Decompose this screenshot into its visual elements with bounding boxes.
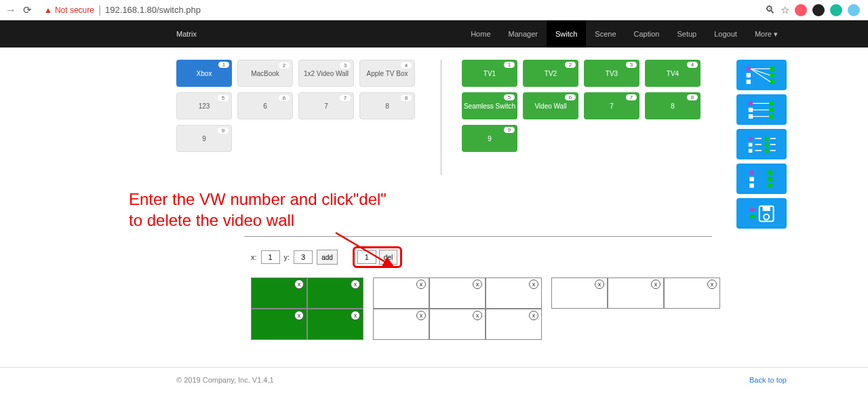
extension-icon[interactable]: [848, 4, 860, 16]
not-secure-text: Not secure: [55, 5, 94, 15]
vertical-divider: [441, 60, 441, 175]
svg-rect-0: [747, 66, 751, 71]
nav-link[interactable]: Switch: [547, 20, 586, 47]
input-card[interactable]: 77: [298, 92, 354, 119]
copyright-text: © 2019 Company, Inc. V1.4.1: [176, 376, 274, 384]
x-label: x:: [251, 253, 257, 261]
video-wall-cell[interactable]: x: [551, 277, 608, 309]
video-wall-cell[interactable]: x: [307, 309, 363, 340]
svg-rect-26: [749, 149, 753, 153]
svg-line-41: [336, 233, 393, 267]
input-card[interactable]: 88: [359, 92, 415, 119]
video-wall-cell[interactable]: x: [429, 309, 486, 340]
video-wall-cell[interactable]: x: [664, 277, 720, 309]
video-wall-grid: xxx: [551, 277, 720, 340]
video-wall-cell[interactable]: x: [307, 277, 363, 309]
page-footer: © 2019 Company, Inc. V1.4.1 Back to top: [0, 367, 868, 392]
output-card[interactable]: 99: [462, 125, 517, 152]
browser-actions: 🔍︎ ☆: [765, 4, 860, 16]
video-wall-controls: x: y: add del xxxxxxxxxxxxx: [244, 236, 712, 340]
svg-rect-1: [747, 73, 751, 77]
search-icon[interactable]: 🔍︎: [765, 4, 775, 16]
video-wall-cell[interactable]: x: [251, 277, 307, 309]
y-input[interactable]: [294, 250, 313, 264]
video-wall-cell[interactable]: x: [251, 309, 307, 340]
nav-link[interactable]: Scene: [586, 20, 625, 47]
extension-icon[interactable]: [812, 4, 825, 16]
preset-list-button[interactable]: [736, 129, 787, 159]
preset-one-to-one-button[interactable]: [736, 94, 787, 125]
svg-rect-35: [768, 183, 772, 187]
close-icon[interactable]: x: [529, 311, 538, 320]
close-icon[interactable]: x: [707, 280, 717, 289]
close-icon[interactable]: x: [416, 311, 426, 320]
close-icon[interactable]: x: [651, 280, 660, 289]
nav-link[interactable]: Logout: [705, 20, 746, 47]
nav-link[interactable]: Manager: [500, 20, 547, 47]
preset-one-to-many-button[interactable]: [736, 60, 787, 90]
output-card[interactable]: 6Video Wall: [523, 92, 578, 119]
reload-icon[interactable]: ⟳: [23, 4, 32, 16]
close-icon[interactable]: x: [351, 280, 360, 289]
video-wall-cell[interactable]: x: [608, 277, 664, 309]
close-icon[interactable]: x: [294, 280, 304, 289]
forward-icon[interactable]: →: [5, 4, 16, 16]
svg-rect-22: [749, 142, 753, 147]
output-card[interactable]: 88: [645, 92, 701, 119]
close-icon[interactable]: x: [416, 280, 426, 289]
annotation-line: to delete the video wall: [129, 210, 787, 231]
nav-link[interactable]: Caption: [625, 20, 669, 47]
close-icon[interactable]: x: [351, 311, 360, 320]
nav-link[interactable]: More ▾: [746, 20, 787, 47]
close-icon[interactable]: x: [595, 280, 604, 289]
svg-rect-30: [749, 170, 753, 174]
nav-link[interactable]: Home: [462, 20, 499, 47]
input-card[interactable]: 1Xbox: [176, 60, 232, 87]
output-card[interactable]: 3TV3: [584, 60, 639, 87]
video-wall-cell[interactable]: x: [373, 309, 429, 340]
input-card[interactable]: 2MacBook: [237, 60, 293, 87]
extension-icon[interactable]: [795, 4, 807, 16]
output-card[interactable]: 1TV1: [462, 60, 517, 87]
annotation-arrow-icon: [332, 229, 407, 277]
input-card[interactable]: 4Apple TV Box: [359, 60, 415, 87]
close-icon[interactable]: x: [294, 311, 304, 320]
nav-link[interactable]: Setup: [668, 20, 705, 47]
output-card[interactable]: 4TV4: [645, 60, 701, 87]
annotation-line: Enter the VW number and click"del": [129, 189, 787, 210]
close-icon[interactable]: x: [473, 280, 482, 289]
video-wall-cell[interactable]: x: [429, 277, 486, 309]
svg-rect-9: [749, 101, 753, 105]
bookmark-star-icon[interactable]: ☆: [781, 4, 789, 16]
video-wall-cell[interactable]: x: [486, 277, 542, 309]
x-input[interactable]: [261, 250, 280, 264]
input-card[interactable]: 5123: [176, 92, 232, 119]
svg-rect-4: [770, 73, 774, 77]
svg-line-7: [751, 69, 770, 75]
output-card[interactable]: 77: [584, 92, 639, 119]
divider: |: [98, 4, 101, 16]
back-to-top-link[interactable]: Back to top: [749, 376, 787, 384]
svg-rect-5: [770, 79, 774, 83]
output-card[interactable]: 5Seamless Switch: [462, 92, 517, 119]
input-card[interactable]: 31x2 Video Wall: [298, 60, 354, 87]
browser-address-bar: → ⟳ ▲ Not secure | 192.168.1.80/switch.p…: [0, 0, 868, 20]
input-card[interactable]: 66: [237, 92, 293, 119]
svg-rect-32: [749, 183, 753, 187]
input-card[interactable]: 99: [176, 125, 232, 152]
video-wall-cell[interactable]: x: [373, 277, 429, 309]
extension-icon[interactable]: [830, 4, 842, 16]
outputs-grid: 1TV12TV23TV34TV45Seamless Switch6Video W…: [462, 60, 706, 175]
svg-rect-12: [769, 101, 773, 105]
close-icon[interactable]: x: [473, 311, 482, 320]
svg-rect-18: [749, 136, 753, 140]
url-area[interactable]: ▲ Not secure | 192.168.1.80/switch.php: [44, 4, 758, 16]
svg-rect-33: [768, 170, 772, 174]
svg-rect-28: [765, 149, 769, 153]
svg-rect-3: [770, 66, 774, 71]
y-label: y:: [284, 253, 290, 261]
url-text: 192.168.1.80/switch.php: [105, 5, 201, 15]
video-wall-cell[interactable]: x: [486, 309, 542, 340]
close-icon[interactable]: x: [529, 280, 538, 289]
output-card[interactable]: 2TV2: [523, 60, 578, 87]
